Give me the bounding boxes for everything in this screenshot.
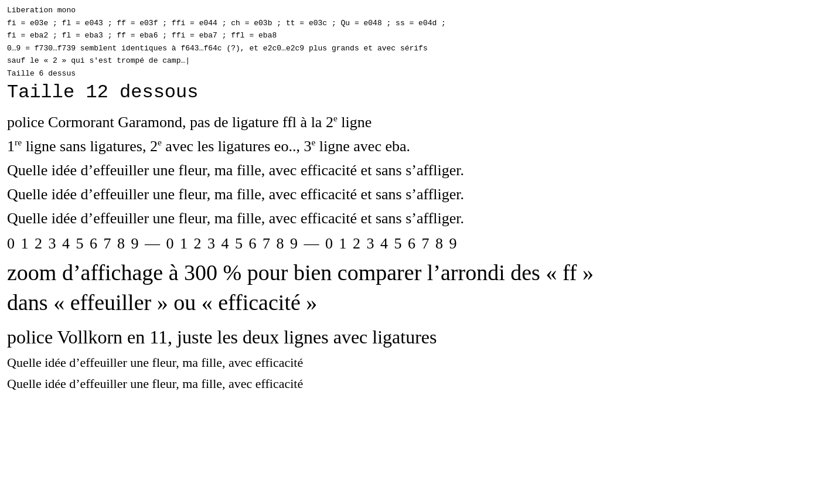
garamond-line5: Quelle idée d’effeuiller une fleur, ma f… [7,207,811,230]
char-codes-line1: fi = e03e ; fl = e043 ; ff = e03f ; ffi … [7,18,811,29]
char-codes-line2: fi = eba2 ; fl = eba3 ; ff = eba6 ; ffi … [7,30,811,42]
zoom-section: zoom d’affichage à 300 % pour bien compa… [7,258,811,318]
zoom-line1: zoom d’affichage à 300 % pour bien compa… [7,258,811,288]
garamond-line2: 1re ligne sans ligatures, 2e avec les li… [7,135,811,158]
size-label-large: Taille 12 dessous [7,80,811,105]
garamond-line3: Quelle idée d’effeuiller une fleur, ma f… [7,159,811,182]
vollkorn-section: police Vollkorn en 11, juste les deux li… [7,324,811,394]
vollkorn-lines: Quelle idée d’effeuiller une fleur, ma f… [7,352,811,393]
char-codes-line3: 0…9 = f730…f739 semblent identiques à f6… [7,43,811,55]
page-content: Liberation mono fi = e03e ; fl = e043 ; … [7,5,811,394]
numbers-line: 0 1 2 3 4 5 6 7 8 9 — 0 1 2 3 4 5 6 7 8 … [7,233,811,254]
vollkorn-line1: Quelle idée d’effeuiller une fleur, ma f… [7,352,811,373]
garamond-line4: Quelle idée d’effeuiller une fleur, ma f… [7,183,811,206]
vollkorn-title: police Vollkorn en 11, juste les deux li… [7,324,811,350]
garamond-section: police Cormorant Garamond, pas de ligatu… [7,111,811,230]
zoom-line2: dans « effeuiller » ou « efficacité » [7,288,811,318]
font-name: Liberation mono [7,5,811,16]
char-codes-line4: sauf le « 2 » qui s'est trompé de camp…| [7,55,811,67]
size-label-small: Taille 6 dessus [7,68,811,80]
garamond-line1: police Cormorant Garamond, pas de ligatu… [7,111,811,134]
vollkorn-line2: Quelle idée d’effeuiller une fleur, ma f… [7,373,811,394]
